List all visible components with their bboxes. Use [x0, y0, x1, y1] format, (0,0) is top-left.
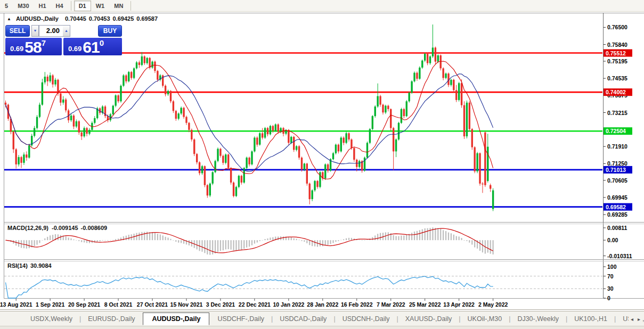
tab-scroll-right-icon[interactable]: ▸ — [638, 316, 640, 322]
svg-text:0.69582: 0.69582 — [606, 204, 626, 210]
svg-text:0.69945: 0.69945 — [607, 194, 627, 201]
macd-value-signal: -0.008609 — [81, 225, 108, 231]
svg-text:8 Oct 2021: 8 Oct 2021 — [104, 301, 133, 308]
svg-text:0.75840: 0.75840 — [607, 42, 627, 48]
sell-price-pipette: 7 — [42, 38, 46, 47]
buy-button[interactable]: BUY — [98, 25, 122, 37]
price-axis-badges: 0.755120.740020.725040.710130.69582 — [604, 50, 632, 211]
sell-price-big: 58 — [25, 40, 41, 54]
svg-text:0.76500: 0.76500 — [607, 24, 627, 30]
svg-text:16 Feb 2022: 16 Feb 2022 — [341, 301, 373, 308]
bottom-strip — [0, 326, 644, 329]
svg-text:20 Sep 2021: 20 Sep 2021 — [68, 301, 100, 308]
svg-text:0.69285: 0.69285 — [607, 211, 627, 218]
volume-increase-button[interactable]: ▲ — [63, 25, 70, 37]
symbol-tabbar: USDX,Weekly|EURUSD-,DailyAUDUSD-,DailyUS… — [0, 311, 644, 326]
sell-price-prefix: 0.69 — [10, 45, 23, 54]
chart-symbol-title: AUDUSD-,Daily — [16, 15, 59, 22]
timeframe-button-5[interactable]: 5 — [0, 1, 13, 11]
svg-text:7 Mar 2022: 7 Mar 2022 — [377, 301, 405, 308]
volume-input[interactable] — [39, 25, 63, 37]
svg-text:0.74535: 0.74535 — [607, 75, 627, 81]
tab-eurusd-daily[interactable]: EURUSD-,Daily — [81, 313, 142, 325]
buy-price-prefix: 0.69 — [68, 45, 81, 54]
tab-xauusd-daily[interactable]: XAUUSD-,Daily — [398, 313, 459, 325]
svg-text:0.71250: 0.71250 — [607, 160, 627, 167]
chart-frame-lines — [0, 13, 644, 310]
toolbar-separator — [71, 1, 71, 11]
chart-header: ▲ AUDUSD-,Daily 0.704450.704530.694250.6… — [7, 15, 158, 22]
tab-audusd-daily[interactable]: AUDUSD-,Daily — [143, 312, 209, 325]
tab-usdcnh-daily[interactable]: USDCNH-,Daily — [336, 313, 397, 325]
svg-text:25 Mar 2022: 25 Mar 2022 — [409, 301, 441, 308]
ohlc-open: 0.70445 — [65, 15, 86, 22]
svg-text:0.73215: 0.73215 — [607, 110, 627, 116]
toolbar-separator — [131, 1, 131, 11]
svg-text:27 Oct 2021: 27 Oct 2021 — [137, 301, 168, 308]
svg-text:0.71910: 0.71910 — [607, 143, 627, 150]
svg-text:0.71013: 0.71013 — [606, 167, 626, 173]
svg-text:13 Apr 2022: 13 Apr 2022 — [443, 301, 475, 308]
tab-usdcad-daily[interactable]: USDCAD-,Daily — [273, 313, 333, 325]
collapse-panel-icon[interactable]: ▲ — [7, 17, 11, 21]
tab-uk100-h1[interactable]: UK100-,H1 — [567, 313, 614, 325]
svg-text:10 Jan 2022: 10 Jan 2022 — [273, 301, 304, 308]
tab-usdchf-daily[interactable]: USDCHF-,Daily — [210, 313, 271, 325]
svg-text:0.00: 0.00 — [607, 237, 618, 243]
svg-text:0.74002: 0.74002 — [606, 89, 626, 95]
timeframe-button-h1[interactable]: H1 — [34, 1, 51, 11]
svg-text:30: 30 — [607, 285, 614, 292]
svg-text:3 Dec 2021: 3 Dec 2021 — [206, 301, 235, 308]
tab-scroll-controls: ◂ ▸ — [629, 311, 642, 326]
timeframe-button-w1[interactable]: W1 — [91, 1, 110, 11]
ohlc-high: 0.70453 — [89, 15, 110, 22]
rsi-panel-label: RSI(14)30.9084 — [7, 262, 52, 269]
ohlc-low: 0.69425 — [113, 15, 134, 22]
buy-price-display[interactable]: 0.69 61 0 — [63, 38, 122, 55]
ohlc-values: 0.704450.704530.694250.69587 — [62, 15, 158, 22]
svg-text:1 Sep 2021: 1 Sep 2021 — [36, 301, 64, 308]
tab-ukoil-m30[interactable]: UKOil-,M30 — [461, 313, 509, 325]
svg-text:70: 70 — [607, 273, 614, 279]
timeframe-button-mn[interactable]: MN — [109, 1, 128, 11]
svg-text:2 May 2022: 2 May 2022 — [478, 301, 508, 308]
svg-text:0.70605: 0.70605 — [607, 177, 627, 184]
horizontal-level-lines — [4, 53, 602, 207]
timeframe-button-d1[interactable]: D1 — [74, 1, 91, 11]
svg-text:0.75195: 0.75195 — [607, 58, 627, 64]
svg-text:-0.010311: -0.010311 — [607, 253, 632, 259]
svg-text:15 Nov 2021: 15 Nov 2021 — [170, 301, 203, 308]
timeframe-toolbar: 5M30H1H4D1W1MN — [0, 0, 644, 12]
sell-button[interactable]: SELL — [5, 25, 30, 37]
timeframe-button-m30[interactable]: M30 — [13, 1, 34, 11]
tab-dj30-weekly[interactable]: DJ30-,Weekly — [510, 313, 566, 325]
ohlc-close: 0.69587 — [136, 15, 158, 22]
tab-usdx-weekly[interactable]: USDX,Weekly — [23, 313, 79, 325]
svg-text:13 Aug 2021: 13 Aug 2021 — [0, 301, 32, 308]
sell-price-display[interactable]: 0.69 58 7 — [5, 38, 62, 55]
one-click-trade-panel: SELL ▼ ▲ BUY 0.69 58 7 0.69 61 0 — [5, 24, 122, 56]
macd-panel-label: MACD(12,26,9)-0.009145-0.008609 — [7, 225, 107, 231]
svg-text:28 Jan 2022: 28 Jan 2022 — [307, 301, 338, 308]
svg-text:22 Dec 2021: 22 Dec 2021 — [239, 301, 271, 308]
svg-text:100: 100 — [607, 264, 617, 270]
tab-scroll-left-icon[interactable]: ◂ — [631, 316, 633, 322]
buy-price-pipette: 0 — [100, 38, 104, 47]
svg-text:0.72504: 0.72504 — [606, 128, 626, 134]
macd-value-main: -0.009145 — [52, 225, 78, 231]
date-axis: 13 Aug 20211 Sep 202120 Sep 20218 Oct 20… — [0, 299, 508, 308]
svg-text:0: 0 — [607, 295, 610, 301]
rsi-value: 30.9084 — [30, 262, 52, 269]
svg-text:0.00811: 0.00811 — [607, 225, 627, 231]
timeframe-button-h4[interactable]: H4 — [51, 1, 68, 11]
svg-text:0.75512: 0.75512 — [606, 50, 626, 56]
buy-price-big: 61 — [83, 40, 99, 54]
volume-decrease-button[interactable]: ▼ — [31, 25, 39, 37]
rsi-indicator: 10070300 — [4, 264, 617, 301]
